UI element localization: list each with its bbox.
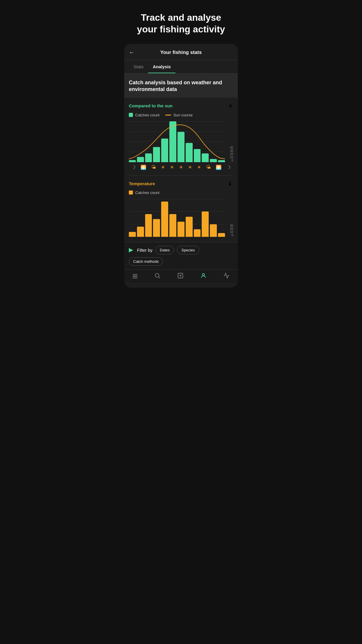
bottom-navigation: ⊞ — [124, 269, 238, 283]
svg-point-5 — [202, 273, 204, 275]
nav-stats-icon — [223, 272, 230, 281]
temp-chart-container: 30 20 10 0 — [129, 199, 233, 237]
temp-bar-5 — [169, 214, 176, 237]
bar-0 — [129, 160, 136, 162]
temp-legend: Catches count — [129, 190, 233, 195]
temp-bar-0 — [129, 232, 136, 237]
temp-title-row: Temperature 🌡 — [129, 180, 233, 187]
temp-bar-3 — [153, 219, 160, 237]
sun-chart-area — [129, 121, 225, 162]
time-icon-2: 🌤 — [151, 164, 156, 170]
filter-dates-button[interactable]: Dates — [155, 246, 174, 254]
bar-8 — [194, 149, 201, 162]
bar-4 — [161, 139, 168, 162]
analysis-title: Catch analysis based on weather and envi… — [129, 79, 233, 93]
temp-bar-9 — [202, 211, 209, 237]
temp-bar-11 — [218, 233, 225, 237]
bar-5 — [169, 121, 176, 162]
phone-card: ← Your fishing stats Stats Analysis Catc… — [124, 44, 238, 288]
temp-bar-4 — [161, 202, 168, 237]
temp-bar-6 — [178, 222, 184, 237]
y-label-30: 30 — [230, 149, 233, 153]
time-icon-7: ☀ — [197, 164, 201, 170]
sun-bars — [129, 121, 225, 162]
sun-chart-container: 40 30 20 10 0 — [129, 121, 233, 162]
filter-label: Filter by — [137, 248, 152, 253]
time-icon-1: 🌅 — [140, 164, 146, 170]
nav-home-icon: ⊞ — [132, 272, 138, 280]
temp-bar-10 — [210, 224, 217, 237]
nav-profile[interactable] — [200, 272, 207, 281]
time-icon-8: 🌤 — [206, 164, 211, 170]
temp-chart-area — [129, 199, 225, 237]
temperature-section: Temperature 🌡 Catches count — [124, 176, 238, 242]
temp-y-20: 20 — [230, 227, 233, 230]
sun-section: Compared to the sun ☀ Catches count Sun … — [124, 98, 238, 175]
svg-line-1 — [159, 277, 160, 278]
temp-y-10: 10 — [230, 230, 233, 234]
bar-11 — [218, 160, 225, 162]
bar-6 — [178, 132, 184, 162]
y-label-0: 0 — [231, 159, 233, 162]
time-icon-9: 🌅 — [216, 164, 222, 170]
phone-header: ← Your fishing stats — [124, 44, 238, 60]
time-icon-10: ☽ — [226, 164, 231, 170]
nav-search[interactable] — [154, 272, 161, 281]
bar-3 — [153, 147, 160, 162]
bar-7 — [186, 143, 193, 162]
bar-10 — [210, 159, 217, 162]
time-icon-0: ☽ — [131, 164, 136, 170]
legend-catches-label: Catches count — [135, 113, 159, 117]
filter-logo-icon: ▶ — [129, 247, 133, 253]
filter-species-button[interactable]: Species — [177, 246, 199, 254]
tab-analysis[interactable]: Analysis — [148, 60, 175, 73]
sun-icon: ☀ — [228, 102, 233, 109]
legend-sun-label: Sun course — [173, 113, 193, 117]
y-label-20: 20 — [230, 153, 233, 156]
sun-legend: Catches count Sun course — [129, 113, 233, 117]
temp-y-30: 30 — [230, 224, 233, 227]
thermometer-icon: 🌡 — [227, 180, 233, 187]
legend-sun: Sun course — [165, 113, 193, 117]
nav-search-icon — [154, 272, 161, 281]
legend-catches-color — [129, 113, 133, 117]
nav-home[interactable]: ⊞ — [132, 272, 138, 281]
time-icon-3: ☀ — [161, 164, 165, 170]
back-button[interactable]: ← — [129, 49, 135, 56]
nav-add-icon — [177, 272, 184, 281]
sun-y-axis: 40 30 20 10 0 — [225, 146, 233, 162]
bar-1 — [137, 157, 144, 162]
y-label-40: 40 — [230, 146, 233, 149]
time-icons-row: ☽ 🌅 🌤 ☀ ☀ ☀ ☀ ☀ 🌤 🌅 ☽ — [129, 162, 233, 170]
nav-profile-icon — [200, 272, 207, 281]
legend-sun-line — [165, 115, 171, 116]
hero-section: Track and analyse your fishing activity — [121, 0, 241, 41]
time-icon-4: ☀ — [170, 164, 174, 170]
temp-y-0: 0 — [231, 234, 233, 237]
temp-legend-color — [129, 190, 133, 195]
filter-catch-methods-button[interactable]: Catch methods — [129, 257, 163, 266]
y-label-10: 10 — [230, 156, 233, 159]
temp-bars — [129, 199, 225, 237]
time-icon-6: ☀ — [188, 164, 192, 170]
filter-bar: ▶ Filter by Dates Species Catch methods — [124, 242, 238, 269]
sun-title-row: Compared to the sun ☀ — [129, 102, 233, 109]
temp-bar-2 — [145, 214, 152, 237]
sun-section-title: Compared to the sun — [129, 103, 173, 108]
bar-2 — [145, 153, 152, 162]
temp-bar-8 — [194, 229, 201, 237]
tab-stats[interactable]: Stats — [129, 60, 148, 73]
nav-add[interactable] — [177, 272, 184, 281]
bar-9 — [202, 153, 209, 162]
temp-bar-1 — [137, 227, 144, 237]
temp-legend-label: Catches count — [135, 190, 159, 195]
nav-stats[interactable] — [223, 272, 230, 281]
time-icon-5: ☀ — [179, 164, 183, 170]
svg-point-0 — [155, 273, 159, 277]
legend-catches: Catches count — [129, 113, 159, 117]
temp-legend-catches: Catches count — [129, 190, 159, 195]
hero-title: Track and analyse your fishing activity — [126, 12, 236, 35]
page-title: Your fishing stats — [138, 50, 224, 55]
temp-y-axis: 30 20 10 0 — [225, 224, 233, 237]
temp-bar-7 — [186, 217, 193, 237]
